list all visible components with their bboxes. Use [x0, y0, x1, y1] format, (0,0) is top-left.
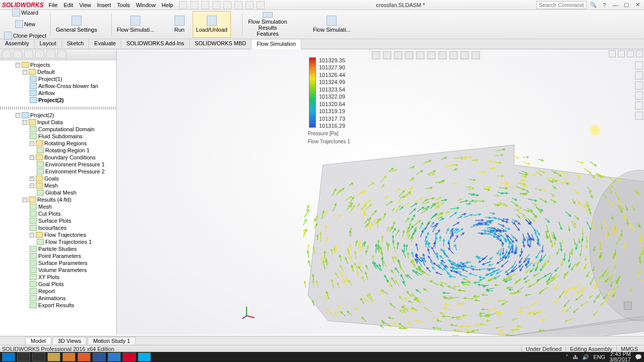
expand-icon[interactable]: −	[30, 155, 34, 160]
tree-results[interactable]: Results (4.fld)	[37, 197, 71, 203]
fm-icon-1[interactable]	[2, 50, 11, 58]
tree-project2[interactable]: Project(2)	[38, 97, 64, 103]
tb-edge-icon[interactable]	[108, 352, 121, 361]
expand-icon[interactable]: −	[23, 120, 27, 125]
tree-ep2[interactable]: Environment Pressure 2	[45, 168, 105, 174]
ribbon-icon-7[interactable]	[232, 21, 240, 29]
tp-resources-icon[interactable]	[635, 61, 643, 69]
ribbon-icon-11[interactable]	[292, 29, 300, 37]
ribbon-icon-12[interactable]	[301, 12, 309, 20]
tray-lang[interactable]: ENG	[593, 354, 605, 360]
qat-open-icon[interactable]	[190, 1, 198, 9]
qat-options-icon[interactable]	[257, 1, 265, 9]
tree-goals[interactable]: Goals	[44, 175, 59, 182]
tree-boundary-cond[interactable]: Boundary Conditions	[44, 154, 96, 160]
tree-flow-traj[interactable]: Flow Trajectories	[44, 232, 86, 238]
tray-chevron-icon[interactable]: ˄	[566, 354, 569, 360]
general-settings-button[interactable]: General Settings	[53, 11, 100, 38]
zoom-area-icon[interactable]	[383, 51, 391, 59]
system-tray[interactable]: ˄ 🖧 🔊 ENG 2:43 PM 3/8/2017 💬	[566, 351, 642, 362]
ribbon-icon-8[interactable]	[232, 29, 240, 37]
start-button[interactable]	[2, 352, 15, 361]
fm-icon-5[interactable]	[46, 50, 55, 58]
tree-projects[interactable]: Projects	[30, 62, 50, 68]
tab-assembly[interactable]: Assembly	[0, 39, 35, 49]
help-icon[interactable]: ?	[600, 1, 609, 9]
maximize-button[interactable]: ▢	[622, 1, 631, 9]
tray-notif-icon[interactable]: 💬	[635, 354, 642, 360]
tab-evaluate[interactable]: Evaluate	[89, 39, 121, 49]
fm-icon-6[interactable]	[57, 50, 66, 58]
tb-search-icon[interactable]	[17, 352, 30, 361]
tree-xy-plots[interactable]: XY Plots	[38, 274, 59, 280]
tb-outlook-icon[interactable]	[93, 352, 106, 361]
btab-3dviews[interactable]: 3D Views	[52, 337, 87, 344]
tree-proj2-root[interactable]: Project(2)	[30, 112, 54, 118]
tb-taskview-icon[interactable]	[32, 352, 45, 361]
expand-icon[interactable]: −	[30, 233, 34, 237]
tab-layout[interactable]: Layout	[35, 39, 62, 49]
tree-input-data[interactable]: Input Data	[37, 119, 63, 125]
splitter[interactable]	[0, 107, 116, 110]
tab-mbd[interactable]: SOLIDWORKS MBD	[190, 39, 252, 49]
tp-appearances-icon[interactable]	[635, 102, 643, 110]
tp-design-lib-icon[interactable]	[635, 71, 643, 79]
expand-icon[interactable]: −	[30, 141, 34, 146]
view-triad[interactable]	[242, 305, 257, 320]
vp-min-icon[interactable]	[618, 50, 625, 57]
tree-goal-plots[interactable]: Goal Plots	[38, 281, 64, 287]
tab-sketch[interactable]: Sketch	[62, 39, 90, 49]
close-button[interactable]: ✕	[633, 1, 642, 9]
tree-fluid-sub[interactable]: Fluid Subdomains	[38, 133, 83, 139]
tree-ft1[interactable]: Flow Trajectories 1	[45, 239, 92, 245]
tree-rr1[interactable]: Rotating Region 1	[45, 147, 90, 153]
tree-default[interactable]: Default	[37, 69, 55, 75]
tree-airflow[interactable]: Airflow	[38, 90, 55, 96]
menu-help[interactable]: Help	[162, 2, 173, 8]
qat-save-icon[interactable]	[201, 1, 209, 9]
graphics-viewport[interactable]: 101329.35 101327.90 101326.44 101324.99 …	[117, 49, 644, 335]
tree-comp-domain[interactable]: Computational Domain	[38, 126, 95, 132]
prev-view-icon[interactable]	[394, 51, 402, 59]
tree-animations[interactable]: Animations	[38, 295, 65, 301]
tp-file-explorer-icon[interactable]	[635, 81, 643, 89]
expand-icon[interactable]: −	[30, 184, 34, 188]
ribbon-icon-2[interactable]	[101, 21, 109, 29]
tree-point-params[interactable]: Point Parameters	[38, 253, 81, 259]
appearance-icon[interactable]	[449, 51, 457, 59]
new-button[interactable]: New	[2, 19, 48, 30]
tree-surface-plots[interactable]: Surface Plots	[38, 218, 71, 224]
flow-sim2-button[interactable]: Flow Simulati...	[310, 11, 354, 38]
ribbon-icon-13[interactable]	[301, 21, 309, 29]
tree-export-results[interactable]: Export Results	[38, 302, 74, 308]
load-unload-button[interactable]: Load/Unload	[193, 11, 231, 38]
ribbon-icon-14[interactable]	[301, 29, 309, 37]
tree-mesh[interactable]: Mesh	[44, 183, 58, 189]
tb-app1-icon[interactable]	[62, 352, 75, 361]
menu-edit[interactable]: Edit	[63, 2, 73, 8]
flow-sim-button[interactable]: Flow Simulati...	[114, 11, 157, 38]
qat-select-icon[interactable]	[234, 1, 243, 9]
tree-surface-params[interactable]: Surface Parameters	[38, 260, 88, 266]
ribbon-icon-3[interactable]	[101, 29, 109, 37]
menu-insert[interactable]: Insert	[97, 2, 111, 8]
menu-tools[interactable]: Tools	[117, 2, 130, 8]
view-settings-icon[interactable]	[471, 51, 479, 59]
fm-icon-3[interactable]	[24, 50, 33, 58]
tree-volume-params[interactable]: Volume Parameters	[38, 267, 87, 273]
tab-addins[interactable]: SOLIDWORKS Add-Ins	[121, 39, 190, 49]
expand-icon[interactable]: −	[23, 198, 27, 202]
tree-rotating-regions[interactable]: Rotating Regions	[44, 140, 87, 146]
menu-view[interactable]: View	[79, 2, 91, 8]
vp-restore-icon[interactable]	[609, 50, 616, 57]
menu-window[interactable]: Window	[136, 2, 155, 8]
flow-results-button[interactable]: Flow Simulation Results Features	[245, 11, 291, 38]
ribbon-icon-9[interactable]	[292, 12, 300, 20]
tab-flow-simulation[interactable]: Flow Simulation	[252, 40, 301, 49]
fm-icon-4[interactable]	[35, 50, 44, 58]
ribbon-icon-5[interactable]	[158, 25, 167, 33]
tree-global-mesh[interactable]: Global Mesh	[45, 190, 76, 196]
btab-motion[interactable]: Motion Study 1	[88, 337, 135, 344]
qat-undo-icon[interactable]	[223, 1, 231, 9]
qat-new-icon[interactable]	[179, 1, 187, 9]
